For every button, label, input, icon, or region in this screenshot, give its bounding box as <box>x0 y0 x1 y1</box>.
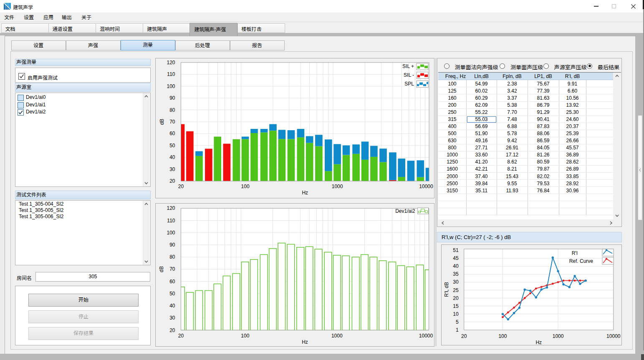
svg-text:20: 20 <box>453 295 459 301</box>
svg-text:10000: 10000 <box>606 333 621 339</box>
svg-text:SIL +: SIL + <box>402 63 414 69</box>
svg-text:70: 70 <box>169 266 175 272</box>
svg-text:80: 80 <box>169 254 175 260</box>
svg-text:30: 30 <box>169 166 175 172</box>
svg-text:20: 20 <box>178 332 184 338</box>
svg-text:Hz: Hz <box>302 190 308 196</box>
svg-text:51: 51 <box>453 247 459 253</box>
svg-text:70: 70 <box>169 119 175 125</box>
svg-text:5: 5 <box>456 319 459 325</box>
svg-text:30: 30 <box>169 315 175 321</box>
svg-text:60: 60 <box>169 131 175 136</box>
svg-text:dB: dB <box>159 119 164 125</box>
svg-text:100: 100 <box>167 83 175 89</box>
svg-text:50: 50 <box>169 290 175 296</box>
svg-text:R'I: R'I <box>572 250 578 256</box>
svg-text:20: 20 <box>461 333 467 339</box>
svg-text:100: 100 <box>241 184 249 189</box>
svg-text:90: 90 <box>169 95 175 101</box>
svg-text:1000: 1000 <box>553 333 564 339</box>
svg-text:20: 20 <box>169 327 175 333</box>
svg-text:1000: 1000 <box>331 184 343 189</box>
svg-text:40: 40 <box>169 303 175 309</box>
svg-text:120: 120 <box>167 205 175 211</box>
svg-text:10000: 10000 <box>419 184 433 189</box>
svg-text:15: 15 <box>453 303 459 309</box>
svg-text:110: 110 <box>167 71 175 77</box>
svg-text:30: 30 <box>453 279 459 285</box>
svg-text:SPL: SPL <box>404 81 414 87</box>
svg-text:40: 40 <box>453 263 459 269</box>
svg-text:25: 25 <box>453 287 459 293</box>
svg-text:100: 100 <box>167 229 175 235</box>
svg-text:80: 80 <box>169 107 175 113</box>
svg-text:60: 60 <box>169 278 175 284</box>
svg-text:120: 120 <box>167 60 175 65</box>
svg-text:10: 10 <box>453 311 459 317</box>
svg-text:20: 20 <box>169 178 175 184</box>
svg-text:R'I, dB: R'I, dB <box>444 282 450 297</box>
svg-text:10000: 10000 <box>419 332 433 338</box>
svg-text:SIL -: SIL - <box>404 72 414 78</box>
svg-text:dB: dB <box>159 266 164 272</box>
svg-text:20: 20 <box>178 184 184 189</box>
svg-text:100: 100 <box>498 333 507 339</box>
svg-text:Hz: Hz <box>302 339 308 345</box>
svg-text:Ref. Curve: Ref. Curve <box>569 258 593 264</box>
svg-text:1000: 1000 <box>331 332 342 338</box>
svg-text:110: 110 <box>167 217 175 223</box>
svg-text:1: 1 <box>456 327 459 332</box>
svg-text:Dev1/ai2: Dev1/ai2 <box>395 208 415 214</box>
svg-text:50: 50 <box>169 143 175 149</box>
svg-text:40: 40 <box>169 154 175 160</box>
svg-text:90: 90 <box>169 242 175 248</box>
svg-text:35: 35 <box>453 271 459 277</box>
svg-text:100: 100 <box>241 332 249 338</box>
svg-text:45: 45 <box>453 255 459 261</box>
svg-text:Hz: Hz <box>535 340 542 345</box>
